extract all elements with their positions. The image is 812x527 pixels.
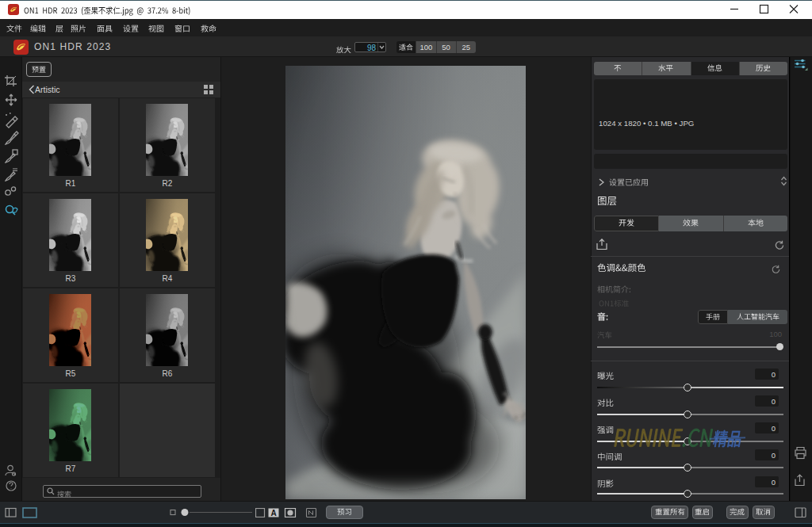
svg-text:A: A (270, 509, 276, 517)
